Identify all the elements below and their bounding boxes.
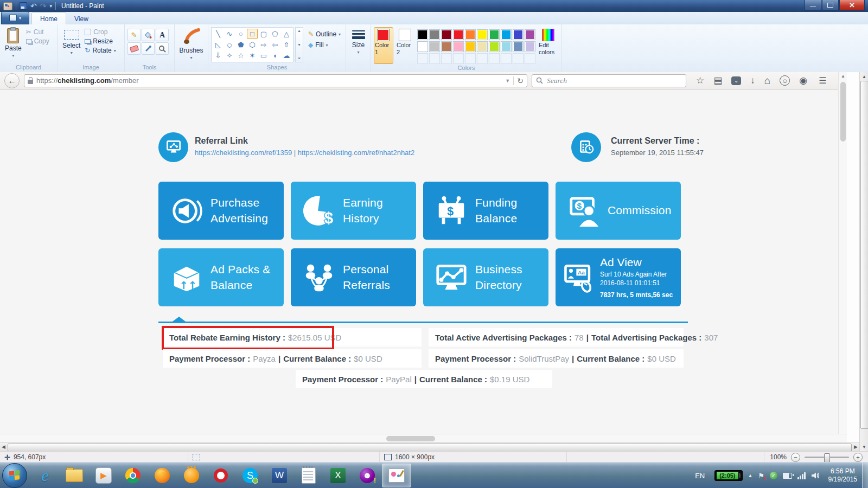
palette-color[interactable] bbox=[453, 41, 464, 52]
hamburger-menu-icon[interactable]: ☰ bbox=[819, 75, 826, 86]
taskbar-word[interactable]: W bbox=[265, 464, 294, 487]
palette-color[interactable] bbox=[489, 29, 500, 40]
paint-app-icon[interactable] bbox=[3, 2, 12, 10]
color1-button[interactable]: Color 1 bbox=[374, 27, 393, 64]
shape-cell[interactable]: ⬡ bbox=[247, 40, 258, 50]
qat-dropdown-icon[interactable]: ▾ bbox=[49, 3, 52, 9]
palette-empty-slot[interactable] bbox=[477, 53, 488, 64]
shape-cell[interactable]: ◇ bbox=[224, 40, 235, 50]
battery-icon[interactable] bbox=[783, 473, 792, 479]
palette-color[interactable] bbox=[477, 41, 488, 52]
paint-horizontal-scrollbar[interactable]: ◀ ▶ bbox=[0, 442, 859, 452]
edit-colors-button[interactable]: Edit colors bbox=[538, 27, 559, 64]
palette-color[interactable] bbox=[465, 41, 476, 52]
palette-color[interactable] bbox=[501, 29, 512, 40]
eraser-tool[interactable] bbox=[127, 42, 141, 55]
shape-cell[interactable]: ⇧ bbox=[281, 40, 292, 50]
shape-cell[interactable]: □ bbox=[247, 29, 258, 39]
palette-empty-slot[interactable] bbox=[513, 53, 524, 64]
sync-icon[interactable]: ◉ bbox=[799, 76, 807, 85]
battery-time-widget[interactable]: (2:05) bbox=[714, 470, 742, 481]
page-horizontal-scrollbar[interactable] bbox=[0, 434, 847, 443]
shape-cell[interactable]: ⬠ bbox=[270, 29, 280, 39]
scrollbar-thumb[interactable] bbox=[840, 82, 846, 142]
scroll-up-icon[interactable]: ▲ bbox=[860, 72, 868, 79]
shape-cell[interactable]: ▭ bbox=[258, 50, 269, 61]
copy-button[interactable]: Copy bbox=[26, 37, 49, 45]
palette-empty-slot[interactable] bbox=[429, 53, 440, 64]
tile-ad-view[interactable]: Aa Ad View Surf 10 Ads Again After 2016-… bbox=[556, 248, 681, 306]
magnifier-tool[interactable] bbox=[156, 42, 169, 55]
taskbar-paint-active[interactable] bbox=[382, 464, 411, 487]
back-button[interactable]: ← bbox=[4, 73, 20, 88]
tile-commission[interactable]: $ Commission bbox=[556, 182, 681, 240]
pencil-tool[interactable]: ✎ bbox=[127, 29, 141, 41]
shape-cell[interactable]: ⇨ bbox=[258, 40, 269, 50]
tile-earning-history[interactable]: $ EarningHistory bbox=[291, 182, 416, 240]
show-desktop-button[interactable] bbox=[862, 463, 868, 488]
taskbar-clock[interactable]: 6:56 PM9/19/2015 bbox=[825, 467, 860, 484]
cut-button[interactable]: ✂Cut bbox=[26, 28, 49, 36]
palette-empty-slot[interactable] bbox=[465, 53, 476, 64]
taskbar-internet-explorer[interactable]: e bbox=[30, 464, 60, 487]
scrollbar-thumb[interactable] bbox=[386, 436, 435, 441]
palette-color[interactable] bbox=[417, 29, 428, 40]
search-box[interactable] bbox=[532, 74, 686, 87]
crop-button[interactable]: Crop bbox=[85, 28, 116, 36]
zoom-out-button[interactable]: − bbox=[791, 453, 800, 462]
fill-tool[interactable] bbox=[142, 29, 155, 41]
home-icon[interactable]: ⌂ bbox=[764, 75, 770, 86]
shape-cell[interactable]: ⇦ bbox=[270, 40, 280, 50]
search-input[interactable] bbox=[546, 76, 682, 86]
language-indicator[interactable]: EN bbox=[691, 470, 709, 482]
zoom-slider[interactable] bbox=[805, 457, 849, 458]
close-button[interactable]: ✕ bbox=[839, 0, 865, 11]
size-button[interactable]: Size ▾ bbox=[349, 27, 368, 56]
network-signal-icon[interactable] bbox=[797, 472, 806, 479]
paste-button[interactable]: Paste ▾ bbox=[3, 27, 24, 59]
pocket-icon[interactable]: ⌄ bbox=[731, 76, 741, 85]
taskbar-yahoo-messenger[interactable]: ☻ bbox=[353, 464, 382, 487]
shapes-scrollbar[interactable]: ▲▼⏷ bbox=[295, 27, 303, 62]
volume-icon[interactable] bbox=[811, 472, 820, 479]
palette-color[interactable] bbox=[417, 41, 428, 52]
tab-home[interactable]: Home bbox=[31, 12, 66, 24]
action-center-flag-icon[interactable]: ⚑ bbox=[758, 472, 764, 479]
shape-cell[interactable]: ☁ bbox=[281, 50, 292, 61]
referral-link-1[interactable]: https://cheklisting.com/ref/1359 bbox=[195, 149, 292, 157]
application-menu-button[interactable]: ▾ bbox=[1, 11, 29, 24]
hello-smiley-icon[interactable]: ☺ bbox=[780, 75, 790, 86]
taskbar-notepad[interactable] bbox=[294, 464, 323, 487]
zoom-in-button[interactable]: + bbox=[853, 453, 863, 462]
scroll-right-icon[interactable]: ▶ bbox=[854, 444, 858, 450]
palette-color[interactable] bbox=[441, 29, 452, 40]
shape-cell[interactable]: ∿ bbox=[224, 29, 235, 39]
taskbar-chrome[interactable] bbox=[118, 464, 148, 487]
palette-empty-slot[interactable] bbox=[489, 53, 500, 64]
palette-empty-slot[interactable] bbox=[525, 53, 535, 64]
zoom-slider-thumb[interactable] bbox=[824, 453, 830, 463]
tile-ad-packs-balance[interactable]: ↑↑ Ad Packs &Balance bbox=[158, 248, 284, 306]
shape-cell[interactable]: ◖ bbox=[270, 50, 280, 61]
taskbar-skype[interactable]: S bbox=[235, 464, 265, 487]
url-dropdown-icon[interactable]: ▼ bbox=[505, 78, 510, 84]
scrollbar-thumb[interactable] bbox=[860, 81, 868, 429]
undo-icon[interactable]: ↶ bbox=[30, 2, 37, 10]
palette-color[interactable] bbox=[525, 41, 535, 52]
taskbar-orange-app[interactable] bbox=[177, 464, 206, 487]
scroll-left-icon[interactable]: ◀ bbox=[2, 444, 5, 450]
shape-cell[interactable]: △ bbox=[281, 29, 292, 39]
scroll-up-icon[interactable]: ▲ bbox=[839, 72, 847, 79]
taskbar-excel[interactable]: X bbox=[323, 464, 353, 487]
color2-button[interactable]: Color 2 bbox=[395, 27, 415, 64]
taskbar-opera[interactable] bbox=[206, 464, 235, 487]
shape-cell[interactable]: ○ bbox=[235, 29, 246, 39]
page-vertical-scrollbar[interactable]: ▲ bbox=[838, 72, 847, 434]
palette-color[interactable] bbox=[513, 29, 524, 40]
save-icon[interactable] bbox=[20, 2, 27, 10]
security-check-icon[interactable]: ✓ bbox=[770, 472, 777, 479]
reload-icon[interactable]: ↻ bbox=[517, 76, 524, 85]
bookmark-star-icon[interactable]: ☆ bbox=[696, 76, 704, 85]
palette-empty-slot[interactable] bbox=[417, 53, 428, 64]
palette-color[interactable] bbox=[525, 29, 535, 40]
